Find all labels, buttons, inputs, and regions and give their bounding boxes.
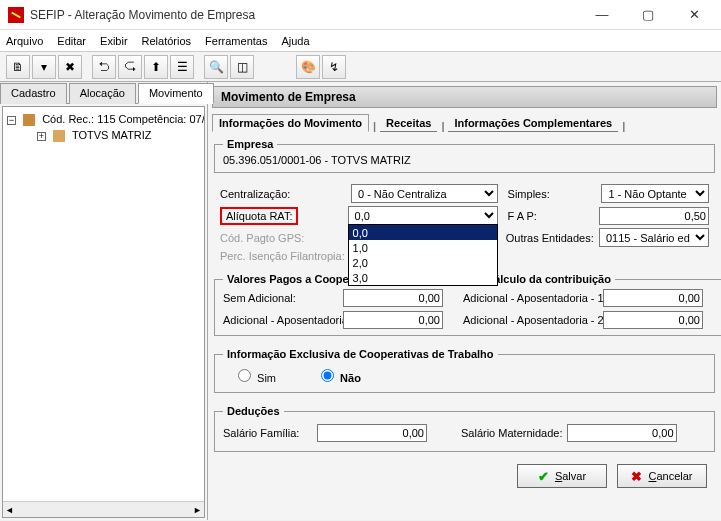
aliquota-rat-select[interactable]: 0,0	[348, 206, 498, 225]
empresa-value: 05.396.051/0001-06 - TOTVS MATRIZ	[223, 154, 706, 166]
deducoes-legend: Deduções	[223, 405, 284, 417]
inner-tabs: Informações do Movimento | Receitas | In…	[212, 114, 717, 132]
adicional-15-label: Adicional - Aposentadoria - 15 anos:	[463, 292, 593, 304]
tab-receitas[interactable]: Receitas	[380, 115, 437, 132]
radio-nao[interactable]: Não	[316, 366, 361, 384]
adicional-25-input[interactable]	[603, 311, 703, 329]
tree-child-label: TOTVS MATRIZ	[72, 129, 152, 141]
section-title: Movimento de Empresa	[212, 86, 717, 108]
toolbar-forward-icon[interactable]: ⮎	[118, 55, 142, 79]
tab-info-complementares[interactable]: Informações Complementares	[448, 115, 618, 132]
cancelar-button[interactable]: ✖ CCancelarancelar	[617, 464, 707, 488]
window-title: SEFIP - Alteração Movimento de Empresa	[30, 8, 579, 22]
radio-nao-input[interactable]	[321, 369, 334, 382]
fap-input[interactable]	[599, 207, 709, 225]
tree-child[interactable]: + TOTVS MATRIZ	[7, 127, 200, 143]
right-panel: Movimento de Empresa Informações do Movi…	[208, 82, 721, 520]
centralizacao-label: Centralização:	[220, 188, 290, 200]
menu-ferramentas[interactable]: Ferramentas	[205, 35, 267, 47]
aliquota-rat-label: Alíquota RAT:	[226, 210, 292, 222]
close-button[interactable]: ✕	[671, 0, 717, 30]
salario-familia-input[interactable]	[317, 424, 427, 442]
tab-info-movimento[interactable]: Informações do Movimento	[212, 114, 369, 132]
outras-entidades-label: Outras Entidades:	[506, 232, 594, 244]
menu-relatorios[interactable]: Relatórios	[142, 35, 192, 47]
toolbar-new-icon[interactable]: 🗎	[6, 55, 30, 79]
adicional-20-input[interactable]	[343, 311, 443, 329]
menu-editar[interactable]: Editar	[57, 35, 86, 47]
tree-root[interactable]: − Cód. Rec.: 115 Competência: 07/2	[7, 111, 200, 127]
tree-view[interactable]: − Cód. Rec.: 115 Competência: 07/2 + TOT…	[2, 106, 205, 518]
aliquota-option-2[interactable]: 2,0	[349, 255, 497, 270]
toolbar-back-icon[interactable]: ⮌	[92, 55, 116, 79]
info-exclusiva-legend: Informação Exclusiva de Cooperativas de …	[223, 348, 498, 360]
x-icon: ✖	[631, 469, 642, 484]
toolbar-search-icon[interactable]: 🔍	[204, 55, 228, 79]
left-panel: Cadastro Alocação Movimento − Cód. Rec.:…	[0, 82, 208, 520]
toolbar: 🗎 ▾ ✖ ⮌ ⮎ ⬆ ☰ 🔍 ◫ 🎨 ↯	[0, 52, 721, 82]
scroll-right-icon[interactable]: ►	[193, 505, 202, 515]
adicional-25-label: Adicional - Aposentadoria - 25 anos:	[463, 314, 593, 326]
toolbar-palette-icon[interactable]: 🎨	[296, 55, 320, 79]
scroll-left-icon[interactable]: ◄	[5, 505, 14, 515]
salvar-label: SSalvaralvar	[555, 470, 586, 482]
outras-entidades-select[interactable]: 0115 - Salário educ	[599, 228, 709, 247]
check-icon: ✔	[538, 469, 549, 484]
centralizacao-select[interactable]: 0 - Não Centraliza	[351, 184, 498, 203]
adicional-15-input[interactable]	[603, 289, 703, 307]
toolbar-up-icon[interactable]: ⬆	[144, 55, 168, 79]
salvar-button[interactable]: ✔ SSalvaralvar	[517, 464, 607, 488]
toolbar-dropdown-icon[interactable]: ▾	[32, 55, 56, 79]
simples-label: Simples:	[508, 188, 550, 200]
menu-ajuda[interactable]: Ajuda	[281, 35, 309, 47]
app-icon	[8, 7, 24, 23]
aliquota-rat-dropdown[interactable]: 0,0 0,0 1,0 2,0 3,0	[348, 206, 498, 225]
salario-maternidade-label: Salário Maternidade:	[461, 427, 563, 439]
aliquota-option-3[interactable]: 3,0	[349, 270, 497, 285]
empresa-legend: Empresa	[223, 138, 277, 150]
salario-maternidade-input[interactable]	[567, 424, 677, 442]
menu-exibir[interactable]: Exibir	[100, 35, 128, 47]
simples-select[interactable]: 1 - Não Optante	[601, 184, 709, 203]
aliquota-option-0[interactable]: 0,0	[349, 225, 497, 240]
salario-familia-label: Salário Família:	[223, 427, 313, 439]
radio-sim[interactable]: Sim	[233, 366, 276, 384]
fap-label: F A P:	[508, 210, 537, 222]
menu-arquivo[interactable]: Arquivo	[6, 35, 43, 47]
sem-adicional-input[interactable]	[343, 289, 443, 307]
aliquota-rat-options[interactable]: 0,0 1,0 2,0 3,0	[348, 224, 498, 286]
adicional-20-label: Adicional - Aposentadoria - 20 anos:	[223, 314, 333, 326]
toolbar-list-icon[interactable]: ☰	[170, 55, 194, 79]
toolbar-tool-icon[interactable]: ↯	[322, 55, 346, 79]
tab-alocacao[interactable]: Alocação	[69, 83, 136, 104]
aliquota-option-1[interactable]: 1,0	[349, 240, 497, 255]
menubar: Arquivo Editar Exibir Relatórios Ferrame…	[0, 30, 721, 52]
cancelar-label: CCancelarancelar	[648, 470, 692, 482]
tree-expand-icon[interactable]: +	[37, 132, 46, 141]
tab-cadastro[interactable]: Cadastro	[0, 83, 67, 104]
tree-root-label: Cód. Rec.: 115 Competência: 07/2	[42, 113, 205, 125]
deducoes-fieldset: Deduções Salário Família: Salário Matern…	[214, 405, 715, 452]
radio-sim-input[interactable]	[238, 369, 251, 382]
folder-icon	[23, 114, 35, 126]
maximize-button[interactable]: ▢	[625, 0, 671, 30]
toolbar-cube-icon[interactable]: ◫	[230, 55, 254, 79]
tree-scrollbar[interactable]: ◄ ►	[3, 501, 204, 517]
left-tabs: Cadastro Alocação Movimento	[0, 82, 207, 104]
aliquota-rat-label-highlight: Alíquota RAT:	[220, 207, 298, 225]
titlebar: SEFIP - Alteração Movimento de Empresa —…	[0, 0, 721, 30]
tab-movimento[interactable]: Movimento	[138, 83, 214, 104]
tree-collapse-icon[interactable]: −	[7, 116, 16, 125]
info-exclusiva-fieldset: Informação Exclusiva de Cooperativas de …	[214, 348, 715, 393]
minimize-button[interactable]: —	[579, 0, 625, 30]
empresa-fieldset: Empresa 05.396.051/0001-06 - TOTVS MATRI…	[214, 138, 715, 173]
toolbar-delete-icon[interactable]: ✖	[58, 55, 82, 79]
perc-isencao-label: Perc. Isenção Filantropia:	[220, 250, 345, 262]
sem-adicional-label: Sem Adicional:	[223, 292, 333, 304]
cod-pagto-gps-label: Cód. Pagto GPS:	[220, 232, 304, 244]
company-icon	[53, 130, 65, 142]
